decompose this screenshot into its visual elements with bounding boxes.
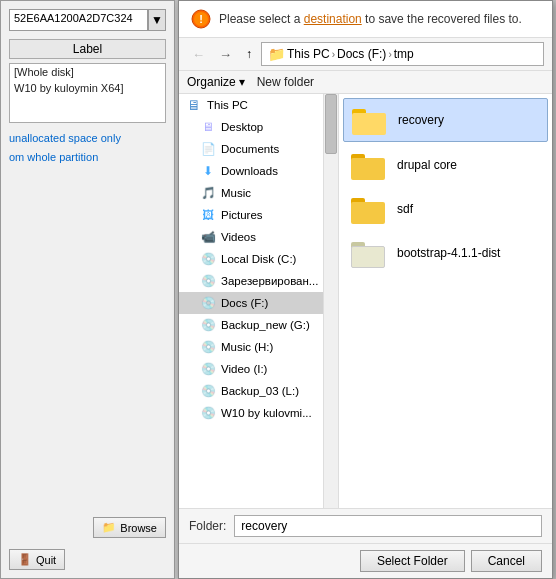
partition-list[interactable]: [Whole disk] W10 by kuloymin X64] bbox=[9, 63, 166, 123]
file-list[interactable]: recovery drupal core sdf bbox=[339, 94, 552, 508]
nav-tree-item-docs-f[interactable]: 💿 Docs (F:) bbox=[179, 292, 323, 314]
music-icon: 🎵 bbox=[199, 185, 217, 201]
disk-icon-video-i: 💿 bbox=[199, 361, 217, 377]
documents-icon: 📄 bbox=[199, 141, 217, 157]
file-item-bootstrap[interactable]: bootstrap-4.1.1-dist bbox=[343, 232, 548, 274]
folder-icon-sdf bbox=[351, 194, 387, 224]
nav-label-w10: W10 by kulovmi... bbox=[221, 407, 312, 419]
disk-icon-docs-f: 💿 bbox=[199, 295, 217, 311]
info-text-2: om whole partition bbox=[9, 150, 166, 165]
dialog-title: Please select a destination to save the … bbox=[219, 12, 522, 26]
file-item-name-drupal: drupal core bbox=[397, 158, 457, 172]
disk-dropdown-arrow[interactable]: ▼ bbox=[148, 9, 166, 31]
new-folder-button[interactable]: New folder bbox=[257, 75, 314, 89]
select-folder-button[interactable]: Select Folder bbox=[360, 550, 465, 572]
nav-label-pictures: Pictures bbox=[221, 209, 263, 221]
nav-label-local-disk: Local Disk (C:) bbox=[221, 253, 296, 265]
file-item-drupal[interactable]: drupal core bbox=[343, 144, 548, 186]
nav-label-videos: Videos bbox=[221, 231, 256, 243]
nav-label-backup-03: Backup_03 (L:) bbox=[221, 385, 299, 397]
breadcrumb-bar[interactable]: 📁 This PC › Docs (F:) › tmp bbox=[261, 42, 544, 66]
nav-tree-item-downloads[interactable]: ⬇ Downloads bbox=[179, 160, 323, 182]
save-dialog: ! Please select a destination to save th… bbox=[178, 0, 553, 579]
bottom-buttons: 📁 Browse bbox=[9, 517, 166, 538]
nav-tree-item-local-disk[interactable]: 💿 Local Disk (C:) bbox=[179, 248, 323, 270]
file-item-name-sdf: sdf bbox=[397, 202, 413, 216]
cancel-button[interactable]: Cancel bbox=[471, 550, 542, 572]
disk-icon-backup-03: 💿 bbox=[199, 383, 217, 399]
folder-bar: Folder: bbox=[179, 508, 552, 543]
downloads-icon: ⬇ bbox=[199, 163, 217, 179]
nav-label-this-pc: This PC bbox=[207, 99, 248, 111]
disk-dropdown[interactable]: 52E6AA1200A2D7C324 bbox=[9, 9, 148, 31]
computer-icon: 🖥 bbox=[185, 97, 203, 113]
content-area: 🖥 This PC 🖥 Desktop 📄 Documents ⬇ Downlo… bbox=[179, 94, 552, 508]
nav-tree-item-backup-03[interactable]: 💿 Backup_03 (L:) bbox=[179, 380, 323, 402]
nav-tree-item-video-i[interactable]: 💿 Video (I:) bbox=[179, 358, 323, 380]
nav-label-docs-f: Docs (F:) bbox=[221, 297, 268, 309]
list-item[interactable]: [Whole disk] bbox=[10, 64, 165, 80]
nav-tree-item-w10[interactable]: 💿 W10 by kulovmi... bbox=[179, 402, 323, 424]
nav-label-backup-new: Backup_new (G:) bbox=[221, 319, 310, 331]
file-toolbar: Organize ▾ New folder bbox=[179, 71, 552, 94]
info-text-1: unallocated space only bbox=[9, 131, 166, 146]
quit-button[interactable]: 🚪 Quit bbox=[9, 549, 65, 570]
disk-icon-w10: 💿 bbox=[199, 405, 217, 421]
nav-tree-item-desktop[interactable]: 🖥 Desktop bbox=[179, 116, 323, 138]
nav-tree-item-this-pc[interactable]: 🖥 This PC bbox=[179, 94, 323, 116]
file-item-recovery[interactable]: recovery bbox=[343, 98, 548, 142]
nav-tree-item-backup-new[interactable]: 💿 Backup_new (G:) bbox=[179, 314, 323, 336]
svg-text:!: ! bbox=[199, 13, 203, 25]
disk-dropdown-row: 52E6AA1200A2D7C324 ▼ bbox=[9, 9, 166, 31]
dialog-header: ! Please select a destination to save th… bbox=[179, 1, 552, 38]
nav-toolbar: ← → ↑ 📁 This PC › Docs (F:) › tmp bbox=[179, 38, 552, 71]
label-header: Label bbox=[9, 39, 166, 59]
browse-button[interactable]: 📁 Browse bbox=[93, 517, 166, 538]
file-item-name-bootstrap: bootstrap-4.1.1-dist bbox=[397, 246, 500, 260]
nav-label-reserved: Зарезервирован... bbox=[221, 275, 318, 287]
disk-icon-music-h: 💿 bbox=[199, 339, 217, 355]
folder-input[interactable] bbox=[234, 515, 542, 537]
file-item-sdf[interactable]: sdf bbox=[343, 188, 548, 230]
nav-label-documents: Documents bbox=[221, 143, 279, 155]
left-panel: 52E6AA1200A2D7C324 ▼ Label [Whole disk] … bbox=[0, 0, 175, 579]
forward-button[interactable]: → bbox=[214, 44, 237, 65]
organize-button[interactable]: Organize ▾ bbox=[187, 75, 245, 89]
back-button[interactable]: ← bbox=[187, 44, 210, 65]
scroll-area[interactable] bbox=[324, 94, 339, 508]
folder-label: Folder: bbox=[189, 519, 226, 533]
nav-label-music-h: Music (H:) bbox=[221, 341, 273, 353]
breadcrumb-this-pc[interactable]: This PC bbox=[287, 47, 330, 61]
nav-tree[interactable]: 🖥 This PC 🖥 Desktop 📄 Documents ⬇ Downlo… bbox=[179, 94, 324, 508]
folder-icon-bootstrap bbox=[351, 238, 387, 268]
nav-label-desktop: Desktop bbox=[221, 121, 263, 133]
destination-highlight: destination bbox=[304, 12, 362, 26]
disk-icon: 💿 bbox=[199, 251, 217, 267]
desktop-icon: 🖥 bbox=[199, 119, 217, 135]
nav-tree-item-reserved[interactable]: 💿 Зарезервирован... bbox=[179, 270, 323, 292]
list-item[interactable]: W10 by kuloymin X64] bbox=[10, 80, 165, 96]
nav-tree-item-videos[interactable]: 📹 Videos bbox=[179, 226, 323, 248]
up-button[interactable]: ↑ bbox=[241, 44, 257, 64]
quit-icon: 🚪 bbox=[18, 553, 32, 566]
nav-tree-item-documents[interactable]: 📄 Documents bbox=[179, 138, 323, 160]
disk-icon-reserved: 💿 bbox=[199, 273, 217, 289]
file-item-name-recovery: recovery bbox=[398, 113, 444, 127]
pictures-icon: 🖼 bbox=[199, 207, 217, 223]
breadcrumb-tmp[interactable]: tmp bbox=[394, 47, 414, 61]
quit-label: Quit bbox=[36, 554, 56, 566]
breadcrumb-folder-icon: 📁 bbox=[268, 46, 285, 62]
breadcrumb-sep-1: › bbox=[332, 49, 335, 60]
breadcrumb-docs[interactable]: Docs (F:) bbox=[337, 47, 386, 61]
organize-label: Organize bbox=[187, 75, 236, 89]
nav-tree-item-pictures[interactable]: 🖼 Pictures bbox=[179, 204, 323, 226]
action-buttons: Select Folder Cancel bbox=[179, 543, 552, 578]
folder-icon-drupal bbox=[351, 150, 387, 180]
nav-label-downloads: Downloads bbox=[221, 165, 278, 177]
breadcrumb-sep-2: › bbox=[388, 49, 391, 60]
nav-label-video-i: Video (I:) bbox=[221, 363, 267, 375]
nav-tree-item-music[interactable]: 🎵 Music bbox=[179, 182, 323, 204]
scroll-thumb[interactable] bbox=[325, 94, 337, 154]
videos-icon: 📹 bbox=[199, 229, 217, 245]
nav-tree-item-music-h[interactable]: 💿 Music (H:) bbox=[179, 336, 323, 358]
